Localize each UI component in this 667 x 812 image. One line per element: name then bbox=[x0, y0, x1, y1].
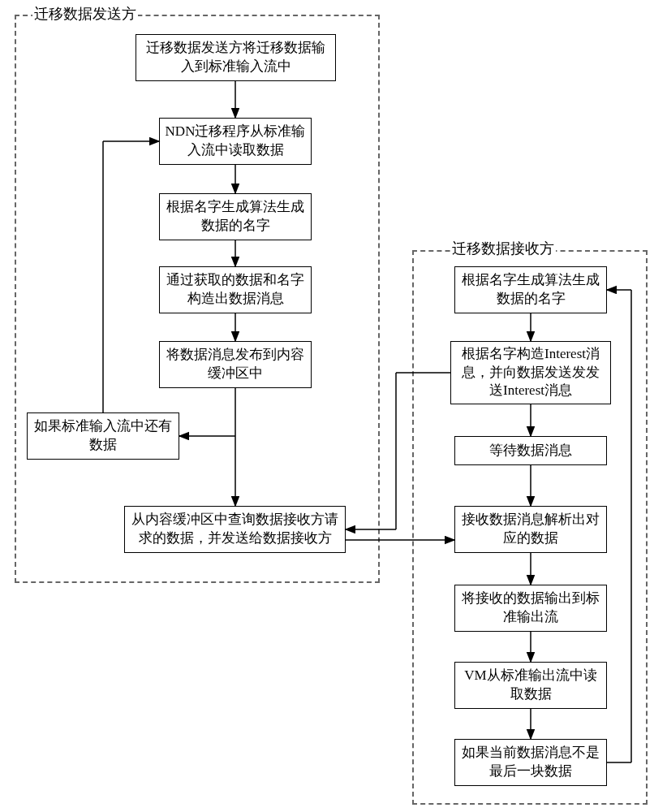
sender-step-b6: 如果标准输入流中还有数据 bbox=[27, 412, 179, 460]
receiver-step-r4: 接收数据消息解析出对应的数据 bbox=[454, 506, 607, 553]
receiver-step-r6: VM从标准输出流中读取数据 bbox=[454, 662, 607, 709]
receiver-step-r2: 根据名字构造Interest消息，并向数据发送发发送Interest消息 bbox=[450, 341, 611, 404]
sender-step-b7: 从内容缓冲区中查询数据接收方请求的数据，并发送给数据接收方 bbox=[124, 506, 346, 553]
receiver-step-r1: 根据名字生成算法生成数据的名字 bbox=[454, 266, 607, 313]
sender-step-b4: 通过获取的数据和名字构造出数据消息 bbox=[159, 266, 312, 313]
receiver-step-r5: 将接收的数据输出到标准输出流 bbox=[454, 585, 607, 632]
sender-step-b1: 迁移数据发送方将迁移数据输入到标准输入流中 bbox=[136, 34, 336, 81]
sender-step-b2: NDN迁移程序从标准输入流中读取数据 bbox=[159, 118, 312, 165]
receiver-title: 迁移数据接收方 bbox=[450, 239, 556, 258]
receiver-step-r7: 如果当前数据消息不是最后一块数据 bbox=[454, 739, 607, 786]
sender-step-b3: 根据名字生成算法生成数据的名字 bbox=[159, 193, 312, 240]
sender-step-b5: 将数据消息发布到内容缓冲区中 bbox=[159, 341, 312, 388]
sender-title: 迁移数据发送方 bbox=[32, 4, 138, 24]
receiver-step-r3: 等待数据消息 bbox=[454, 436, 607, 465]
